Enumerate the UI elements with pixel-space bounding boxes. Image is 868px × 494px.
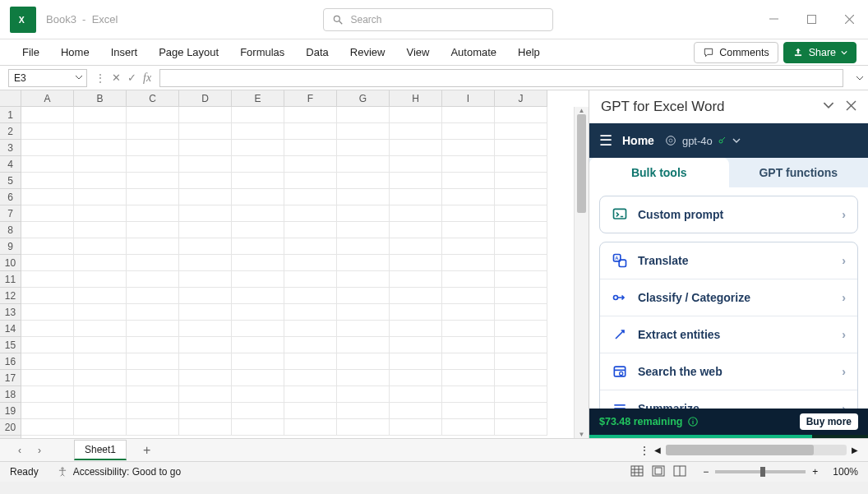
cell[interactable] <box>337 419 390 436</box>
cell[interactable] <box>74 288 127 304</box>
cell[interactable] <box>21 419 74 436</box>
chevron-down-icon[interactable] <box>75 72 83 84</box>
row-header[interactable]: 9 <box>0 238 21 255</box>
cell[interactable] <box>495 222 547 238</box>
cell[interactable] <box>179 370 232 386</box>
cell[interactable] <box>232 255 284 271</box>
cell-grid[interactable] <box>21 107 574 438</box>
tab-page-layout[interactable]: Page Layout <box>148 39 229 66</box>
cell[interactable] <box>337 123 390 140</box>
row-header[interactable]: 13 <box>0 304 21 321</box>
cell[interactable] <box>390 205 442 222</box>
search-box[interactable]: Search <box>323 8 553 31</box>
cell[interactable] <box>127 288 179 304</box>
cell[interactable] <box>74 419 127 436</box>
cell[interactable] <box>495 173 547 189</box>
cell[interactable] <box>390 321 442 337</box>
cell[interactable] <box>390 288 442 304</box>
cell[interactable] <box>442 107 495 123</box>
row-header[interactable]: 6 <box>0 189 21 205</box>
cell[interactable] <box>179 222 232 238</box>
cell[interactable] <box>390 419 442 436</box>
cell[interactable] <box>337 140 390 156</box>
cell[interactable] <box>74 222 127 238</box>
cell[interactable] <box>179 189 232 205</box>
cell[interactable] <box>442 403 495 419</box>
cell[interactable] <box>127 337 179 353</box>
cell[interactable] <box>390 353 442 370</box>
chevron-down-icon[interactable] <box>823 99 834 115</box>
cell[interactable] <box>21 353 74 370</box>
cell[interactable] <box>232 337 284 353</box>
more-icon[interactable]: ⋮ <box>95 72 105 84</box>
page-break-view-icon[interactable] <box>673 465 686 479</box>
cell[interactable] <box>74 238 127 255</box>
more-icon[interactable]: ⋮ <box>639 445 649 456</box>
cell[interactable] <box>21 123 74 140</box>
sheet-tab[interactable]: Sheet1 <box>74 440 127 460</box>
cell[interactable] <box>21 271 74 288</box>
cell[interactable] <box>495 271 547 288</box>
scroll-down-icon[interactable]: ▼ <box>575 431 589 438</box>
close-button[interactable] <box>830 0 868 39</box>
cell[interactable] <box>337 337 390 353</box>
column-header[interactable]: I <box>442 90 495 106</box>
cell[interactable] <box>74 370 127 386</box>
cell[interactable] <box>495 419 547 436</box>
cell[interactable] <box>390 222 442 238</box>
cell[interactable] <box>390 107 442 123</box>
cell[interactable] <box>232 419 284 436</box>
row-header[interactable]: 8 <box>0 222 21 238</box>
cell[interactable] <box>74 156 127 173</box>
row-header[interactable]: 18 <box>0 386 21 403</box>
cell[interactable] <box>232 271 284 288</box>
cell[interactable] <box>21 189 74 205</box>
cell[interactable] <box>284 189 337 205</box>
tool-classify[interactable]: Classify / Categorize › <box>600 279 857 316</box>
cell[interactable] <box>390 370 442 386</box>
cell[interactable] <box>390 156 442 173</box>
cell[interactable] <box>284 255 337 271</box>
cell[interactable] <box>232 288 284 304</box>
zoom-in-button[interactable]: + <box>812 466 818 478</box>
maximize-button[interactable] <box>792 0 830 39</box>
cell[interactable] <box>284 304 337 321</box>
cell[interactable] <box>495 255 547 271</box>
cell[interactable] <box>179 337 232 353</box>
column-header[interactable]: D <box>179 90 232 106</box>
cell[interactable] <box>337 288 390 304</box>
cell[interactable] <box>495 107 547 123</box>
cell[interactable] <box>284 370 337 386</box>
row-header[interactable]: 11 <box>0 271 21 288</box>
add-sheet-button[interactable]: + <box>143 443 150 458</box>
cell[interactable] <box>179 419 232 436</box>
cell[interactable] <box>74 173 127 189</box>
cell[interactable] <box>284 173 337 189</box>
cell[interactable] <box>74 386 127 403</box>
cell[interactable] <box>179 107 232 123</box>
cell[interactable] <box>232 321 284 337</box>
cell[interactable] <box>495 140 547 156</box>
cancel-icon[interactable]: ✕ <box>112 72 121 84</box>
cell[interactable] <box>21 205 74 222</box>
cell[interactable] <box>74 271 127 288</box>
cell[interactable] <box>495 337 547 353</box>
cell[interactable] <box>74 337 127 353</box>
row-header[interactable]: 17 <box>0 370 21 386</box>
menu-icon[interactable]: ☰ <box>599 132 612 150</box>
tab-gpt-functions[interactable]: GPT functions <box>729 158 869 187</box>
cell[interactable] <box>127 321 179 337</box>
cell[interactable] <box>495 370 547 386</box>
tab-automate[interactable]: Automate <box>440 39 507 66</box>
cell[interactable] <box>390 140 442 156</box>
cell[interactable] <box>74 140 127 156</box>
cell[interactable] <box>179 304 232 321</box>
cell[interactable] <box>127 304 179 321</box>
tab-help[interactable]: Help <box>507 39 551 66</box>
row-header[interactable]: 3 <box>0 140 21 156</box>
cell[interactable] <box>337 156 390 173</box>
cell[interactable] <box>337 271 390 288</box>
cell[interactable] <box>232 173 284 189</box>
tool-summarize[interactable]: Summarize › <box>600 390 857 409</box>
column-header[interactable]: C <box>127 90 179 106</box>
